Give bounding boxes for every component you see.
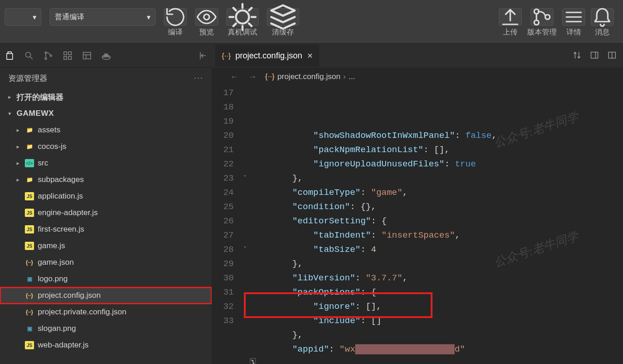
tree-item-label: assets <box>38 125 60 135</box>
upload-button[interactable] <box>499 8 522 26</box>
nav-back-icon[interactable]: ← <box>228 72 240 82</box>
tree-item-project-config-json[interactable]: {··}project.config.json <box>0 287 212 304</box>
svg-rect-12 <box>69 56 71 59</box>
editor: {··} project.config.json ✕ ← → {··} proj… <box>212 44 623 364</box>
tree-item-label: application.js <box>38 192 83 201</box>
open-editors-label: 打开的编辑器 <box>17 92 63 102</box>
tab-title: project.config.json <box>236 51 302 61</box>
svg-rect-11 <box>64 56 67 59</box>
split-right-icon[interactable] <box>590 51 599 61</box>
tree-item-label: game.json <box>38 258 74 267</box>
compile-label: 编译 <box>168 28 183 37</box>
tree-item-src[interactable]: </>src <box>0 155 212 171</box>
svg-point-5 <box>26 52 31 57</box>
code-editor[interactable]: 1718192021222324252627282930313233 ˅˅ "s… <box>212 86 623 364</box>
details-label: 详情 <box>566 28 581 37</box>
chevron-right-icon <box>6 94 13 100</box>
real-device-button[interactable] <box>226 8 259 26</box>
tree-item-logo-png[interactable]: ▣logo.png <box>0 271 212 287</box>
tree-arrow-icon <box>15 127 21 133</box>
search-icon[interactable] <box>24 51 34 61</box>
top-toolbar: ▾ 普通编译 ▾ 编译 预览 真机调试 清缓存 上传 版本管理 <box>0 0 623 44</box>
open-editors-section[interactable]: 打开的编辑器 <box>0 89 212 105</box>
tree-item-engine-adapter-js[interactable]: JSengine-adapter.js <box>0 205 212 221</box>
svg-point-8 <box>50 55 52 57</box>
tree-arrow-icon <box>15 176 21 183</box>
svg-point-1 <box>236 11 249 23</box>
tree-item-assets[interactable]: 📁assets <box>0 122 212 138</box>
preview-label: 预览 <box>199 28 214 37</box>
clear-cache-label: 清缓存 <box>272 28 294 37</box>
svg-rect-9 <box>64 51 67 54</box>
tree-item-label: first-screen.js <box>38 225 84 234</box>
tree-item-label: engine-adapter.js <box>38 208 98 217</box>
version-button[interactable] <box>531 8 554 26</box>
tree-item-label: logo.png <box>38 274 68 284</box>
svg-rect-10 <box>69 51 71 54</box>
tree-item-slogan-png[interactable]: ▣slogan.png <box>0 320 212 337</box>
json-file-icon: {··} <box>265 72 275 81</box>
tree-item-label: project.config.json <box>38 291 101 300</box>
activity-bar <box>0 44 212 68</box>
docker-icon[interactable] <box>101 51 111 61</box>
layout-icon[interactable] <box>82 51 92 61</box>
details-button[interactable] <box>562 8 585 26</box>
compile-button[interactable] <box>164 8 187 26</box>
tree-item-label: subpackages <box>38 175 84 184</box>
chevron-down-icon: ▾ <box>147 13 150 22</box>
svg-point-0 <box>204 14 209 20</box>
tree-item-label: cocos-js <box>38 142 66 151</box>
file-tree: 打开的编辑器 GAMEWX 📁assets📁cocos-js</>src📁sub… <box>0 89 212 364</box>
tree-item-cocos-js[interactable]: 📁cocos-js <box>0 138 212 155</box>
source-control-icon[interactable] <box>43 51 53 61</box>
tree-item-label: web-adapter.js <box>38 341 89 350</box>
breadcrumb-file[interactable]: {··} project.config.json › ... <box>265 72 355 81</box>
tree-arrow-icon <box>15 160 21 166</box>
tree-item-web-adapter-js[interactable]: JSweb-adapter.js <box>0 337 212 353</box>
sidebar-more-icon[interactable]: ··· <box>194 74 203 83</box>
compile-mode-label: 普通编译 <box>55 12 84 22</box>
breadcrumb: ← → {··} project.config.json › ... <box>212 68 623 86</box>
messages-label: 消息 <box>595 28 610 37</box>
project-root[interactable]: GAMEWX <box>0 105 212 122</box>
tree-item-project-private-config-json[interactable]: {··}project.private.config.json <box>0 304 212 320</box>
explorer-icon[interactable] <box>5 51 15 61</box>
preview-button[interactable] <box>195 8 218 26</box>
tree-item-label: project.private.config.json <box>38 307 127 317</box>
toolbar-left: ▾ 普通编译 ▾ 编译 预览 真机调试 清缓存 <box>5 8 299 37</box>
messages-button[interactable] <box>591 8 614 26</box>
toolbar-right: 上传 版本管理 详情 消息 <box>499 8 614 37</box>
close-tab-icon[interactable]: ✕ <box>307 51 313 60</box>
tree-item-label: slogan.png <box>38 324 76 333</box>
tab-project-config[interactable]: {··} project.config.json ✕ <box>215 45 319 67</box>
version-label: 版本管理 <box>527 28 557 37</box>
sidebar: 资源管理器 ··· 打开的编辑器 GAMEWX 📁assets📁cocos-js… <box>0 44 212 364</box>
sidebar-title: 资源管理器 <box>8 73 47 84</box>
collapse-sidebar-icon[interactable] <box>197 51 207 61</box>
layout-toggle-icon[interactable] <box>607 51 617 61</box>
clear-cache-button[interactable] <box>267 8 299 26</box>
mode-dropdown[interactable]: ▾ <box>5 8 41 26</box>
tree-item-subpackages[interactable]: 📁subpackages <box>0 171 212 188</box>
compare-icon[interactable] <box>572 51 582 61</box>
tree-item-application-js[interactable]: JSapplication.js <box>0 188 212 205</box>
tab-bar: {··} project.config.json ✕ <box>212 44 623 68</box>
svg-rect-14 <box>591 52 598 58</box>
tree-item-game-json[interactable]: {··}game.json <box>0 254 212 271</box>
sidebar-header: 资源管理器 ··· <box>0 68 212 89</box>
real-device-label: 真机调试 <box>228 28 257 37</box>
compile-mode-select[interactable]: 普通编译 ▾ <box>50 8 156 26</box>
tree-item-label: src <box>38 159 48 168</box>
tree-item-game-js[interactable]: JSgame.js <box>0 238 212 254</box>
upload-label: 上传 <box>503 28 518 37</box>
chevron-down-icon <box>6 110 13 117</box>
tree-arrow-icon <box>15 143 21 150</box>
json-file-icon: {··} <box>222 52 231 60</box>
tree-item-label: game.js <box>38 241 65 250</box>
nav-forward-icon[interactable]: → <box>247 72 259 82</box>
tree-item-first-screen-js[interactable]: JSfirst-screen.js <box>0 221 212 238</box>
chevron-right-icon: › <box>343 72 346 81</box>
svg-rect-13 <box>83 52 91 59</box>
extensions-icon[interactable] <box>63 51 73 61</box>
project-name: GAMEWX <box>17 109 54 118</box>
